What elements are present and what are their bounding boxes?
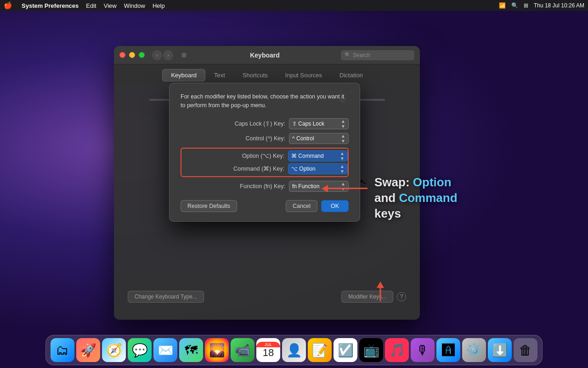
search-icon[interactable]: 🔍 bbox=[511, 2, 518, 9]
dock-item-notes[interactable]: 📝 bbox=[308, 338, 332, 362]
caps-lock-value: ⇪ Caps Lock bbox=[292, 121, 324, 127]
dock-item-trash[interactable]: 🗑 bbox=[514, 338, 537, 362]
minimize-button[interactable] bbox=[129, 52, 135, 58]
function-label: Function (fn) Key: bbox=[212, 183, 285, 190]
caps-lock-select[interactable]: ⇪ Caps Lock ▲▼ bbox=[289, 118, 349, 129]
dock-item-mail[interactable]: ✉️ bbox=[153, 338, 177, 362]
dock: 🗂 🚀 🧭 💬 ✉️ 🗺 🌄 📹 JUL 18 👤 📝 ☑️ 📺 🎵 🎙 🅰 ⚙… bbox=[45, 335, 543, 365]
control-center-icon[interactable]: ⊞ bbox=[524, 2, 528, 9]
menubar-view[interactable]: View bbox=[104, 2, 117, 9]
dock-item-contacts[interactable]: 👤 bbox=[282, 338, 306, 362]
dock-item-downloads[interactable]: ⬇️ bbox=[488, 338, 512, 362]
function-row: Function (fn) Key: fn Function ▲▼ bbox=[181, 181, 349, 192]
window-titlebar: ‹ › ⊞ Keyboard 🔍 Search bbox=[114, 46, 420, 64]
search-icon: 🔍 bbox=[345, 52, 351, 58]
option-value: ⌘ Command bbox=[291, 153, 324, 159]
dock-item-safari[interactable]: 🧭 bbox=[102, 338, 126, 362]
dock-item-sysprefs[interactable]: ⚙️ bbox=[462, 338, 486, 362]
chevron-icon: ▲▼ bbox=[341, 133, 345, 144]
back-button[interactable]: ‹ bbox=[152, 50, 162, 60]
dock-item-finder[interactable]: 🗂 bbox=[51, 338, 74, 362]
chevron-icon: ▲▼ bbox=[341, 181, 345, 191]
dock-item-maps[interactable]: 🗺 bbox=[179, 338, 203, 362]
search-placeholder: Search bbox=[353, 52, 370, 58]
forward-button[interactable]: › bbox=[163, 50, 173, 60]
dock-item-podcasts[interactable]: 🎙 bbox=[411, 338, 435, 362]
chevron-icon: ▲▼ bbox=[340, 164, 345, 174]
command-label: Command (⌘) Key: bbox=[211, 165, 284, 172]
cancel-button[interactable]: Cancel bbox=[286, 200, 317, 212]
option-row: Option (⌥) Key: ⌘ Command ▲▼ bbox=[181, 150, 348, 161]
nav-buttons: ‹ › bbox=[152, 50, 173, 60]
dock-item-appstore[interactable]: 🅰 bbox=[436, 338, 460, 362]
dock-item-messages[interactable]: 💬 bbox=[128, 338, 152, 362]
dock-item-reminders[interactable]: ☑️ bbox=[334, 338, 357, 362]
menubar-edit[interactable]: Edit bbox=[86, 2, 96, 9]
grid-button[interactable]: ⊞ bbox=[179, 50, 189, 60]
tab-keyboard[interactable]: Keyboard bbox=[162, 69, 205, 81]
menubar: 🍎 System Preferences Edit View Window He… bbox=[0, 0, 588, 11]
tab-text[interactable]: Text bbox=[205, 69, 234, 81]
maximize-button[interactable] bbox=[139, 52, 145, 58]
close-button[interactable] bbox=[119, 52, 125, 58]
modifier-keys-modal: For each modifier key listed below, choo… bbox=[169, 83, 360, 222]
ok-button[interactable]: OK bbox=[321, 200, 349, 212]
command-select[interactable]: ⌥ Option ▲▼ bbox=[288, 163, 348, 174]
command-row: Command (⌘) Key: ⌥ Option ▲▼ bbox=[181, 163, 348, 174]
dock-item-launchpad[interactable]: 🚀 bbox=[76, 338, 100, 362]
control-value: ^ Control bbox=[292, 135, 314, 142]
restore-defaults-button[interactable]: Restore Defaults bbox=[181, 200, 237, 212]
change-keyboard-type-button[interactable]: Change Keyboard Type... bbox=[128, 291, 204, 303]
tab-shortcuts[interactable]: Shortcuts bbox=[234, 69, 277, 81]
search-bar[interactable]: 🔍 Search bbox=[341, 50, 414, 60]
menubar-left: 🍎 System Preferences Edit View Window He… bbox=[4, 1, 165, 10]
dock-item-facetime[interactable]: 📹 bbox=[231, 338, 254, 362]
window-tabs: Keyboard Text Shortcuts Input Sources Di… bbox=[114, 64, 420, 84]
command-value: ⌥ Option bbox=[291, 166, 316, 172]
menubar-help[interactable]: Help bbox=[153, 2, 165, 9]
function-select[interactable]: fn Function ▲▼ bbox=[289, 181, 349, 192]
wifi-icon: 📶 bbox=[499, 2, 506, 9]
control-label: Control (^) Key: bbox=[212, 135, 285, 142]
modal-description: For each modifier key listed below, choo… bbox=[181, 92, 349, 110]
modal-buttons: Restore Defaults Cancel OK bbox=[181, 200, 349, 212]
dock-item-photos[interactable]: 🌄 bbox=[205, 338, 229, 362]
window-title: Keyboard bbox=[192, 52, 337, 59]
control-row: Control (^) Key: ^ Control ▲▼ bbox=[181, 133, 349, 144]
dock-item-music[interactable]: 🎵 bbox=[385, 338, 409, 362]
tab-dictation[interactable]: Dictation bbox=[331, 69, 372, 81]
option-label: Option (⌥) Key: bbox=[211, 152, 284, 159]
tab-input-sources[interactable]: Input Sources bbox=[277, 69, 331, 81]
function-value: fn Function bbox=[292, 183, 319, 190]
modal-buttons-right: Cancel OK bbox=[286, 200, 349, 212]
caps-lock-row: Caps Lock (⇪) Key: ⇪ Caps Lock ▲▼ bbox=[181, 118, 349, 129]
option-select[interactable]: ⌘ Command ▲▼ bbox=[288, 150, 348, 161]
apple-menu-icon[interactable]: 🍎 bbox=[4, 1, 12, 10]
menubar-time: Thu 18 Jul 10:26 AM bbox=[534, 2, 584, 9]
modifier-keys-button[interactable]: Modifier Keys... bbox=[341, 291, 393, 303]
modifier-rows: Caps Lock (⇪) Key: ⇪ Caps Lock ▲▼ Contro… bbox=[181, 118, 349, 192]
control-select[interactable]: ^ Control ▲▼ bbox=[289, 133, 349, 144]
caps-lock-label: Caps Lock (⇪) Key: bbox=[212, 120, 285, 127]
dock-item-calendar[interactable]: JUL 18 bbox=[256, 338, 280, 362]
window-bottom: Change Keyboard Type... Modifier Keys...… bbox=[114, 283, 420, 320]
chevron-icon: ▲▼ bbox=[341, 119, 345, 129]
menubar-app-name[interactable]: System Preferences bbox=[22, 2, 79, 9]
menubar-right: 📶 🔍 ⊞ Thu 18 Jul 10:26 AM bbox=[499, 2, 584, 9]
dock-item-tv[interactable]: 📺 bbox=[359, 338, 383, 362]
menubar-window[interactable]: Window bbox=[124, 2, 145, 9]
help-icon[interactable]: ? bbox=[397, 292, 406, 301]
chevron-icon: ▲▼ bbox=[340, 151, 345, 161]
